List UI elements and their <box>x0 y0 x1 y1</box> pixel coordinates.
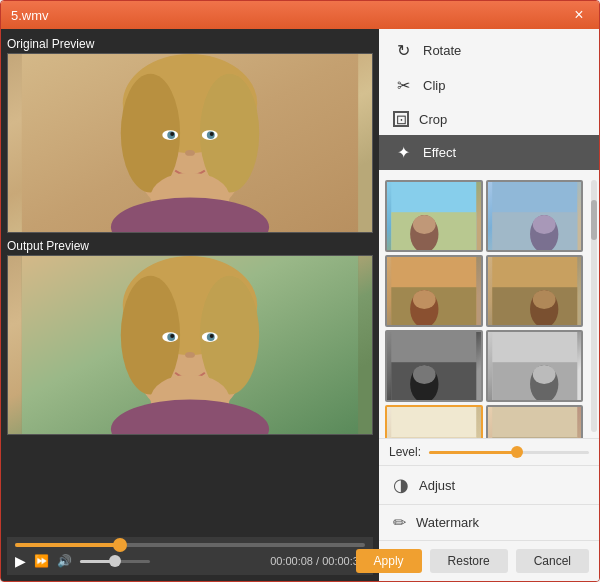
bottom-buttons: Apply Restore Cancel <box>379 540 599 581</box>
svg-rect-54 <box>391 407 476 438</box>
adjust-label: Adjust <box>419 478 455 493</box>
time-separator: / <box>313 555 322 567</box>
watermark-icon: ✏ <box>393 513 406 532</box>
volume-track[interactable] <box>80 560 150 563</box>
effect-warm2-svg <box>488 257 582 325</box>
right-panel: ↻ Rotate ✂ Clip ⊡ Crop ✦ Effect <box>379 29 599 581</box>
effect-bw2-svg <box>488 332 582 400</box>
adjust-row[interactable]: ◑ Adjust <box>379 465 599 504</box>
playback-row: ▶ ⏩ 🔊 00:00:08 / 00:00:30 <box>15 553 365 569</box>
effect-blue-svg <box>488 182 582 250</box>
tool-effect[interactable]: ✦ Effect <box>379 135 599 170</box>
svg-rect-59 <box>492 437 577 438</box>
svg-point-10 <box>170 132 174 136</box>
svg-point-33 <box>413 215 436 234</box>
effect-warm2-preview <box>488 257 582 325</box>
watermark-label: Watermark <box>416 515 479 530</box>
scrollbar-track[interactable] <box>591 180 597 432</box>
effect-bw2[interactable] <box>486 330 584 402</box>
rotate-icon: ↻ <box>393 41 413 60</box>
crop-icon: ⊡ <box>393 111 409 127</box>
svg-point-37 <box>532 215 555 234</box>
apply-button[interactable]: Apply <box>356 549 422 573</box>
effect-blue-preview <box>488 182 582 250</box>
level-fill <box>429 451 517 454</box>
main-content: Original Preview <box>1 29 599 581</box>
window-title: 5.wmv <box>11 8 49 23</box>
play-button[interactable]: ▶ <box>15 553 26 569</box>
svg-point-12 <box>185 150 195 156</box>
tool-crop[interactable]: ⊡ Crop <box>379 103 599 135</box>
effect-warm2[interactable] <box>486 255 584 327</box>
effect-pencil-preview <box>387 407 481 438</box>
main-window: 5.wmv × Original Preview <box>0 0 600 582</box>
svg-rect-55 <box>391 437 476 438</box>
title-bar: 5.wmv × <box>1 1 599 29</box>
effect-warm-preview <box>387 257 481 325</box>
effect-color-pencil-svg <box>488 407 582 438</box>
progress-track[interactable] <box>15 543 365 547</box>
effect-normal-preview <box>387 182 481 250</box>
effect-color-pencil[interactable] <box>486 405 584 438</box>
output-preview-image <box>8 256 372 434</box>
output-label: Output Preview <box>7 237 373 255</box>
original-preview-svg <box>8 54 372 232</box>
svg-point-26 <box>210 334 214 338</box>
svg-point-25 <box>170 334 174 338</box>
tool-menu: ↻ Rotate ✂ Clip ⊡ Crop ✦ Effect <box>379 29 599 174</box>
svg-point-11 <box>210 132 214 136</box>
cancel-button[interactable]: Cancel <box>516 549 589 573</box>
original-preview-image <box>8 54 372 232</box>
scrollbar-thumb[interactable] <box>591 200 597 240</box>
time-current: 00:00:08 <box>270 555 313 567</box>
preview-area: Original Preview <box>7 35 373 533</box>
svg-point-49 <box>413 365 436 384</box>
clip-icon: ✂ <box>393 76 413 95</box>
effect-pencil-svg <box>387 407 481 438</box>
watermark-row[interactable]: ✏ Watermark <box>379 504 599 540</box>
level-label: Level: <box>389 445 421 459</box>
effect-bw2-preview <box>488 332 582 400</box>
svg-point-27 <box>185 352 195 358</box>
svg-point-41 <box>413 290 436 309</box>
level-row: Level: <box>379 438 599 465</box>
rotate-label: Rotate <box>423 43 461 58</box>
effect-bw-svg <box>387 332 481 400</box>
progress-thumb[interactable] <box>113 538 127 552</box>
effect-blue[interactable] <box>486 180 584 252</box>
level-thumb[interactable] <box>511 446 523 458</box>
output-preview-box <box>7 255 373 435</box>
original-preview-section: Original Preview <box>7 35 373 233</box>
left-panel: Original Preview <box>1 29 379 581</box>
tool-clip[interactable]: ✂ Clip <box>379 68 599 103</box>
effect-warm[interactable] <box>385 255 483 327</box>
output-preview-section: Output Preview <box>7 237 373 435</box>
close-button[interactable]: × <box>569 5 589 25</box>
volume-icon: 🔊 <box>57 554 72 568</box>
effect-grid: Colored Pencil <box>379 174 589 438</box>
output-preview-svg <box>8 256 372 434</box>
effect-icon: ✦ <box>393 143 413 162</box>
fast-forward-button[interactable]: ⏩ <box>34 554 49 568</box>
adjust-icon: ◑ <box>393 474 409 496</box>
original-preview-box <box>7 53 373 233</box>
restore-button[interactable]: Restore <box>430 549 508 573</box>
progress-row[interactable] <box>15 543 365 547</box>
volume-thumb[interactable] <box>109 555 121 567</box>
svg-point-45 <box>532 290 555 309</box>
original-label: Original Preview <box>7 35 373 53</box>
controls-bar: ▶ ⏩ 🔊 00:00:08 / 00:00:30 <box>7 537 373 575</box>
effect-normal-svg <box>387 182 481 250</box>
effect-pencil[interactable]: Colored Pencil <box>385 405 483 438</box>
clip-label: Clip <box>423 78 445 93</box>
progress-fill <box>15 543 120 547</box>
effect-label: Effect <box>423 145 456 160</box>
effect-bw-preview <box>387 332 481 400</box>
effect-normal[interactable] <box>385 180 483 252</box>
tool-rotate[interactable]: ↻ Rotate <box>379 33 599 68</box>
effect-bw[interactable] <box>385 330 483 402</box>
effect-grid-wrapper: Colored Pencil <box>379 174 599 438</box>
effect-color-pencil-preview <box>488 407 582 438</box>
level-track[interactable] <box>429 451 589 454</box>
svg-rect-58 <box>492 407 577 438</box>
